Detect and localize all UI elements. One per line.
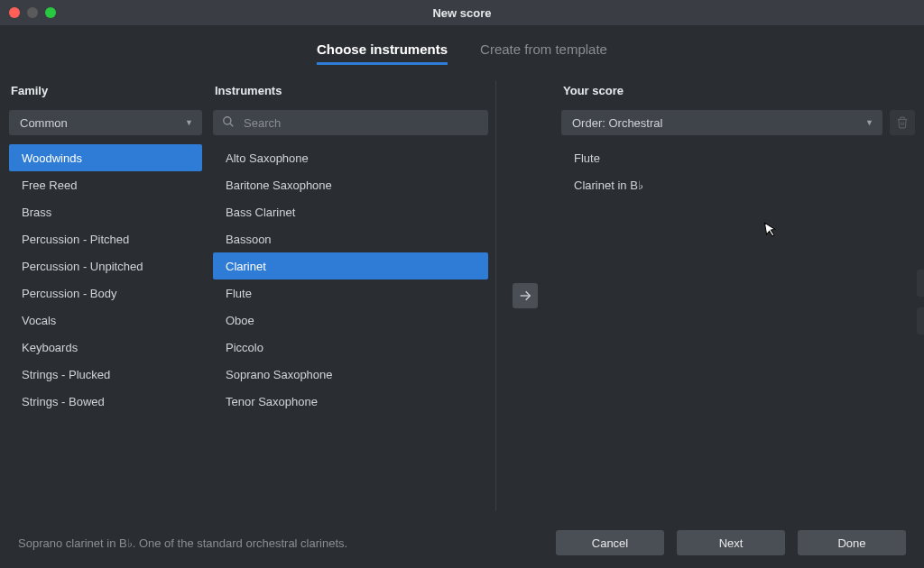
chevron-down-icon: ▼ xyxy=(865,118,873,127)
instrument-item[interactable]: Flute xyxy=(213,279,488,307)
family-item[interactable]: Strings - Plucked xyxy=(9,361,202,388)
family-item[interactable]: Woodwinds xyxy=(9,144,202,171)
order-value: Order: Orchestral xyxy=(572,116,662,130)
footer-buttons: Cancel Next Done xyxy=(556,530,906,555)
score-list: FluteClarinet in B♭ xyxy=(561,144,915,198)
family-item[interactable]: Percussion - Unpitched xyxy=(9,252,202,279)
family-column: Family Common ▼ WoodwindsFree ReedBrassP… xyxy=(9,80,202,511)
order-select[interactable]: Order: Orchestral ▼ xyxy=(561,110,882,135)
instruments-list: Alto SaxophoneBaritone SaxophoneBass Cla… xyxy=(213,144,488,415)
instrument-item[interactable]: Bass Clarinet xyxy=(213,198,488,225)
content: Family Common ▼ WoodwindsFree ReedBrassP… xyxy=(0,71,924,520)
add-to-score-button[interactable] xyxy=(513,283,538,308)
titlebar: New score xyxy=(0,0,924,25)
instrument-item[interactable]: Oboe xyxy=(213,307,488,334)
family-filter-select[interactable]: Common ▼ xyxy=(9,110,202,135)
reorder-buttons: ↑ ↓ xyxy=(917,270,924,334)
svg-line-1 xyxy=(230,124,233,126)
family-title: Family xyxy=(9,80,202,110)
move-down-button[interactable]: ↓ xyxy=(917,307,924,334)
score-title: Your score xyxy=(561,80,915,110)
score-column: Your score Order: Orchestral ▼ FluteClar… xyxy=(554,80,915,511)
middle-column xyxy=(496,80,554,511)
footer-hint: Soprano clarinet in B♭. One of the stand… xyxy=(18,536,556,550)
search-box[interactable] xyxy=(213,110,488,135)
footer: Soprano clarinet in B♭. One of the stand… xyxy=(0,518,924,568)
instruments-title: Instruments xyxy=(213,80,488,110)
window-title: New score xyxy=(0,6,924,20)
instrument-item[interactable]: Clarinet xyxy=(213,252,488,279)
score-item[interactable]: Clarinet in B♭ xyxy=(561,171,915,198)
family-item[interactable]: Percussion - Body xyxy=(9,279,202,307)
minimize-window-button[interactable] xyxy=(27,7,38,18)
search-input[interactable] xyxy=(244,116,479,130)
family-item[interactable]: Brass xyxy=(9,198,202,225)
instrument-item[interactable]: Soprano Saxophone xyxy=(213,361,488,388)
delete-button[interactable] xyxy=(890,110,915,135)
next-button[interactable]: Next xyxy=(677,530,785,555)
score-item[interactable]: Flute xyxy=(561,144,915,171)
move-up-button[interactable]: ↑ xyxy=(917,270,924,297)
tab-create-from-template[interactable]: Create from template xyxy=(480,41,607,64)
instrument-item[interactable]: Alto Saxophone xyxy=(213,144,488,171)
family-filter-value: Common xyxy=(20,116,68,130)
svg-point-0 xyxy=(224,116,231,124)
family-list: WoodwindsFree ReedBrassPercussion - Pitc… xyxy=(9,144,202,415)
instrument-item[interactable]: Tenor Saxophone xyxy=(213,388,488,415)
family-item[interactable]: Keyboards xyxy=(9,334,202,361)
instrument-item[interactable]: Baritone Saxophone xyxy=(213,171,488,198)
tab-choose-instruments[interactable]: Choose instruments xyxy=(317,41,448,64)
traffic-lights xyxy=(0,7,56,18)
family-item[interactable]: Free Reed xyxy=(9,171,202,198)
close-window-button[interactable] xyxy=(9,7,20,18)
instrument-item[interactable]: Bassoon xyxy=(213,225,488,252)
cancel-button[interactable]: Cancel xyxy=(556,530,664,555)
family-item[interactable]: Vocals xyxy=(9,307,202,334)
instruments-column: Instruments Alto SaxophoneBaritone Saxop… xyxy=(202,80,496,511)
done-button[interactable]: Done xyxy=(798,530,906,555)
chevron-down-icon: ▼ xyxy=(185,118,193,127)
family-item[interactable]: Strings - Bowed xyxy=(9,388,202,415)
instrument-item[interactable]: Piccolo xyxy=(213,334,488,361)
search-icon xyxy=(222,115,235,131)
family-item[interactable]: Percussion - Pitched xyxy=(9,225,202,252)
maximize-window-button[interactable] xyxy=(45,7,56,18)
tabs: Choose instruments Create from template xyxy=(0,25,924,71)
